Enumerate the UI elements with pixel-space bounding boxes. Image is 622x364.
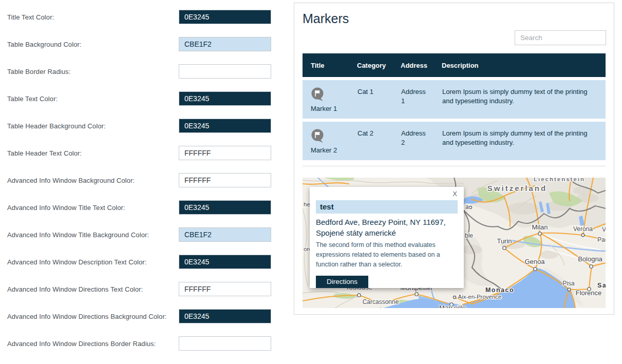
infowindow-description: The second form of this method evaluates… — [316, 240, 458, 270]
advanced-info-window-title-background-color-label: Advanced Info Window Title Background Co… — [7, 231, 149, 239]
map-label: Turin — [497, 237, 512, 245]
map-label: Monaco — [485, 286, 514, 294]
city-dot — [581, 234, 585, 237]
map-label: Aix-en-Provence — [458, 294, 501, 300]
column-header-address: Address — [401, 53, 442, 77]
markers-preview-panel: Markers Title Category Address Descripti… — [294, 3, 614, 315]
setting-row: Advanced Info Window Background Color: — [7, 167, 271, 194]
table-header-background-color-input[interactable] — [179, 119, 271, 133]
map-label: Genoa — [524, 258, 545, 265]
marker-row[interactable]: Marker 2 Cat 2 Address 2 Lorem Ipsum is … — [303, 122, 606, 160]
advanced-info-window-title-text-color-input[interactable] — [179, 200, 271, 215]
advanced-info-window-title-text-color-label: Advanced Info Window Title Text Color: — [7, 204, 125, 212]
map-label: Bologna — [578, 255, 602, 263]
table-border-radius-input[interactable] — [179, 64, 271, 79]
table-background-color-input[interactable] — [179, 37, 271, 51]
table-border-radius-label: Table Border Radius: — [7, 68, 70, 75]
title-text-color-label: Title Text Color: — [7, 13, 54, 21]
marker-description: Lorem Ipsum is simply dummy text of the … — [442, 122, 606, 160]
column-header-title: Title — [303, 53, 357, 77]
marker-address: Address 1 — [401, 80, 442, 119]
setting-row: Title Text Color: — [7, 4, 271, 31]
column-header-category: Category — [357, 53, 401, 77]
map-label: V — [602, 226, 606, 233]
map-label: ble — [465, 232, 473, 239]
advanced-info-window-description-text-color-input[interactable] — [179, 255, 271, 269]
table-text-color-input[interactable] — [179, 91, 271, 106]
city-dot — [538, 232, 541, 235]
setting-row: Advanced Info Window Description Text Co… — [7, 248, 271, 276]
advanced-info-window-directions-background-color-label: Advanced Info Window Directions Backgrou… — [7, 313, 167, 320]
setting-row: Advanced Info Window Directions Backgrou… — [7, 303, 271, 330]
markers-table: Title Category Address Description — [303, 50, 606, 163]
table-header-background-color-label: Table Header Background Color: — [7, 122, 106, 130]
setting-row: Table Header Text Color: — [7, 140, 271, 167]
setting-row: Advanced Info Window Title Background Co… — [7, 221, 271, 248]
divider — [303, 166, 606, 166]
setting-row: Table Border Radius: — [7, 58, 271, 85]
directions-button[interactable]: Directions — [316, 276, 368, 288]
setting-row: Advanced Info Window Directions Text Col… — [7, 276, 271, 303]
table-header-row: Title Category Address Description — [303, 53, 606, 77]
advanced-info-window-background-color-input[interactable] — [179, 173, 271, 187]
table-header-text-color-label: Table Header Text Color: — [7, 149, 82, 157]
city-dot — [534, 267, 537, 271]
marker-address: Address 2 — [401, 122, 442, 160]
marker-row[interactable]: Marker 1 Cat 1 Address 1 Lorem Ipsum is … — [303, 80, 606, 119]
table-background-color-label: Table Background Color: — [7, 41, 82, 48]
city-dot — [568, 288, 571, 291]
advanced-info-window-directions-background-color-input[interactable] — [179, 309, 271, 323]
marker-pin-icon — [311, 129, 325, 144]
advanced-info-window-directions-text-color-label: Advanced Info Window Directions Text Col… — [7, 285, 143, 293]
advanced-info-window-title-background-color-input[interactable] — [179, 227, 271, 242]
advanced-info-window-directions-text-color-input[interactable] — [179, 282, 271, 296]
page-title: Markers — [303, 11, 349, 26]
advanced-info-window-background-color-label: Advanced Info Window Background Color: — [7, 177, 135, 184]
infowindow-title: test — [316, 200, 458, 214]
marker-category: Cat 2 — [357, 122, 401, 160]
map-label: Carcassonne — [363, 298, 399, 305]
setting-row: Table Header Background Color: — [7, 112, 271, 140]
setting-row: Advanced Info Window Directions Border R… — [7, 330, 271, 357]
city-dot — [469, 206, 472, 209]
settings-form: Title Text Color:Table Background Color:… — [0, 0, 288, 364]
city-dot — [590, 265, 593, 268]
map-label: Marseille — [439, 304, 466, 308]
advanced-info-window-directions-border-radius-label: Advanced Info Window Directions Border R… — [7, 340, 156, 348]
city-dot — [503, 246, 506, 250]
map-label: Verona — [573, 225, 593, 233]
map-label: a — [465, 203, 469, 210]
setting-row: Table Text Color: — [7, 85, 271, 112]
advanced-info-window-directions-border-radius-input[interactable] — [179, 336, 271, 351]
infowindow-address: Bedford Ave, Breezy Point, NY 11697, Spo… — [316, 217, 458, 238]
setting-row: Advanced Info Window Title Text Color: — [7, 194, 271, 221]
marker-category: Cat 1 — [357, 80, 401, 119]
map-label: Pisa — [562, 280, 575, 287]
map-label: Florence — [576, 289, 602, 297]
title-text-color-input[interactable] — [179, 10, 271, 24]
search-input[interactable] — [515, 30, 606, 45]
map-label: Switzerland — [487, 184, 547, 193]
map-label: Pad — [597, 236, 606, 243]
marker-title: Marker 2 — [311, 146, 356, 155]
map-label: Sa — [597, 282, 606, 289]
marker-title: Marker 1 — [311, 104, 356, 113]
map-preview[interactable]: SwitzerlandLiechtensteinMilanVeronaTurin… — [303, 178, 606, 308]
infowindow-close-button[interactable]: X — [453, 190, 457, 198]
setting-row: Table Background Color: — [7, 31, 271, 58]
map-infowindow: X test Bedford Ave, Breezy Point, NY 116… — [310, 187, 464, 288]
table-header-text-color-input[interactable] — [179, 146, 271, 160]
map-label: Liechtenstein — [534, 178, 585, 182]
map-label: Milan — [532, 223, 548, 231]
city-dot — [357, 294, 361, 297]
marker-pin-icon — [311, 87, 325, 102]
marker-description: Lorem Ipsum is simply dummy text of the … — [442, 80, 606, 119]
column-header-description: Description — [442, 53, 606, 77]
advanced-info-window-description-text-color-label: Advanced Info Window Description Text Co… — [7, 258, 147, 266]
table-text-color-label: Table Text Color: — [7, 95, 58, 103]
city-dot — [415, 293, 418, 296]
city-dot — [454, 296, 456, 299]
